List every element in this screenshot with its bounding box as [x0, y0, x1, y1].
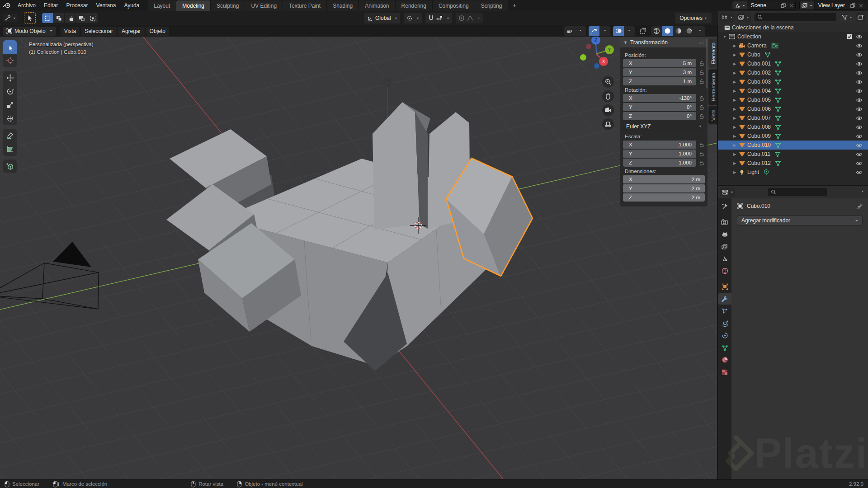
lock-icon[interactable] — [698, 105, 705, 110]
mesh-data-icon[interactable] — [775, 70, 781, 76]
lock-icon[interactable] — [698, 79, 705, 84]
visibility-eye-icon[interactable] — [856, 125, 863, 130]
new-collection-button[interactable] — [856, 13, 866, 22]
workspace-tab[interactable]: Animation — [359, 0, 395, 11]
workspace-tab[interactable]: Layout — [148, 0, 176, 11]
outliner-item[interactable]: ▶ Cubo.011 — [718, 150, 868, 159]
collapse-arrow[interactable]: ▼ — [722, 35, 728, 39]
outliner-item[interactable]: ▶ Cubo.012 — [718, 159, 868, 168]
move-tool[interactable] — [3, 71, 17, 84]
add-workspace-button[interactable]: + — [508, 0, 520, 11]
expand-arrow[interactable]: ▶ — [731, 53, 738, 57]
expand-arrow[interactable]: ▶ — [731, 107, 738, 111]
collection-checkbox[interactable] — [847, 34, 852, 39]
expand-arrow[interactable]: ▶ — [731, 80, 738, 84]
tab-texture[interactable] — [718, 366, 731, 378]
visibility-eye-icon[interactable] — [856, 89, 863, 94]
lock-icon[interactable] — [698, 96, 705, 101]
viewport-menu[interactable]: Vista — [61, 27, 80, 36]
viewport-menu[interactable]: Objeto — [146, 27, 169, 36]
mode-dropdown[interactable]: Modo Objeto — [3, 27, 56, 36]
mesh-data-icon[interactable] — [764, 52, 771, 58]
show-overlays-toggle[interactable] — [613, 26, 624, 36]
outliner-item[interactable]: ▶ Cubo.007 — [718, 113, 868, 122]
outliner-item[interactable]: ▶ Cubo.001 — [718, 59, 868, 68]
pan-hand-button[interactable] — [602, 90, 614, 102]
axis-x-ball[interactable]: X — [599, 57, 608, 66]
scale-field[interactable]: Y1.000 — [623, 150, 696, 158]
lock-icon[interactable] — [698, 160, 705, 165]
scene-collection-row[interactable]: Colecciones de la escena — [718, 23, 868, 32]
unlink-scene-icon[interactable] — [788, 1, 795, 9]
shading-material-button[interactable] — [673, 26, 684, 36]
gizmo-dropdown-icon[interactable] — [599, 26, 610, 36]
mesh-data-icon[interactable] — [775, 88, 781, 94]
view-layer-icon[interactable] — [800, 1, 815, 9]
expand-arrow[interactable]: ▶ — [731, 71, 738, 75]
properties-options-icon[interactable] — [859, 188, 866, 197]
copy-scene-icon[interactable] — [779, 1, 788, 9]
expand-arrow[interactable]: ▶ — [731, 116, 738, 120]
topbar-menu[interactable]: Procesar — [62, 0, 92, 11]
sidebar-tab[interactable]: Elemento — [708, 39, 717, 68]
select-mode-extend[interactable] — [53, 13, 64, 23]
orientation-dropdown[interactable]: Global — [364, 13, 400, 23]
camera-view-button[interactable] — [602, 104, 614, 116]
rotation-mode-dropdown[interactable]: Euler XYZ — [623, 122, 705, 131]
transform-panel-header[interactable]: ▼ Transformación :::: — [620, 38, 708, 47]
visibility-eye-icon[interactable] — [856, 80, 863, 84]
tab-material[interactable] — [718, 354, 731, 366]
navigation-gizmo[interactable]: Z Y X — [578, 33, 616, 70]
workspace-tab[interactable]: Modeling — [176, 0, 211, 11]
expand-arrow[interactable]: ▶ — [731, 161, 738, 165]
visibility-eye-icon[interactable] — [856, 161, 863, 166]
shading-wireframe-button[interactable] — [651, 26, 662, 36]
mesh-data-icon[interactable] — [774, 151, 781, 157]
position-field[interactable]: Y3 m — [623, 68, 696, 76]
axis-neg-z-ball[interactable] — [594, 63, 599, 69]
tab-view-layer[interactable] — [718, 241, 731, 252]
tab-constraints[interactable] — [718, 330, 731, 341]
object-visibility-icon[interactable] — [564, 26, 575, 36]
transform-tool[interactable] — [3, 112, 17, 125]
options-button[interactable]: Opciones — [675, 13, 712, 23]
expand-arrow[interactable]: ▶ — [731, 143, 738, 147]
outliner-item[interactable]: ▶ Cubo.003 — [718, 77, 868, 86]
outliner-filter-button[interactable] — [840, 13, 854, 22]
tab-tool[interactable] — [718, 201, 731, 212]
mesh-data-icon[interactable] — [775, 160, 781, 166]
editor-type-button[interactable] — [3, 14, 18, 22]
select-mode-invert[interactable] — [76, 13, 87, 23]
scene-selector[interactable]: Scene — [732, 1, 796, 10]
visibility-eye-icon[interactable] — [856, 98, 863, 103]
outliner-item[interactable]: ▶ Cubo.006 — [718, 104, 868, 113]
collection-row[interactable]: ▼ Collection — [718, 32, 868, 41]
shading-rendered-button[interactable] — [684, 26, 694, 36]
position-field[interactable]: Z1 m — [623, 77, 696, 85]
zoom-button[interactable] — [602, 76, 614, 88]
view-layer-selector[interactable]: View Layer — [799, 1, 865, 10]
light-data-icon[interactable] — [763, 169, 769, 175]
expand-arrow[interactable]: ▶ — [731, 125, 738, 129]
topbar-menu[interactable]: Editar — [40, 0, 62, 11]
xray-toggle[interactable] — [637, 26, 648, 36]
dimension-field[interactable]: Z2 m — [623, 193, 705, 202]
remove-view-layer-icon[interactable] — [857, 1, 865, 9]
workspace-tab[interactable]: Sculpting — [211, 0, 245, 11]
rotation-field[interactable]: X-130° — [623, 94, 696, 102]
outliner-item[interactable]: ▶ Light — [718, 168, 868, 177]
pivot-point-dropdown[interactable] — [404, 13, 422, 23]
expand-arrow[interactable]: ▶ — [731, 62, 738, 66]
tab-world[interactable] — [718, 265, 731, 277]
topbar-menu[interactable]: Ayuda — [120, 0, 143, 11]
topbar-menu[interactable]: Ventana — [92, 0, 120, 11]
lock-icon[interactable] — [698, 70, 705, 75]
tab-render[interactable] — [718, 216, 731, 228]
axis-neg-x-ball[interactable] — [586, 44, 591, 49]
visibility-dropdown-icon[interactable] — [575, 26, 586, 36]
mesh-data-icon[interactable] — [775, 133, 781, 139]
workspace-tab[interactable]: Texture Paint — [283, 0, 327, 11]
outliner-display-mode-button[interactable] — [720, 13, 735, 22]
tab-scene[interactable] — [718, 253, 731, 264]
mesh-data-icon[interactable] — [775, 142, 781, 148]
